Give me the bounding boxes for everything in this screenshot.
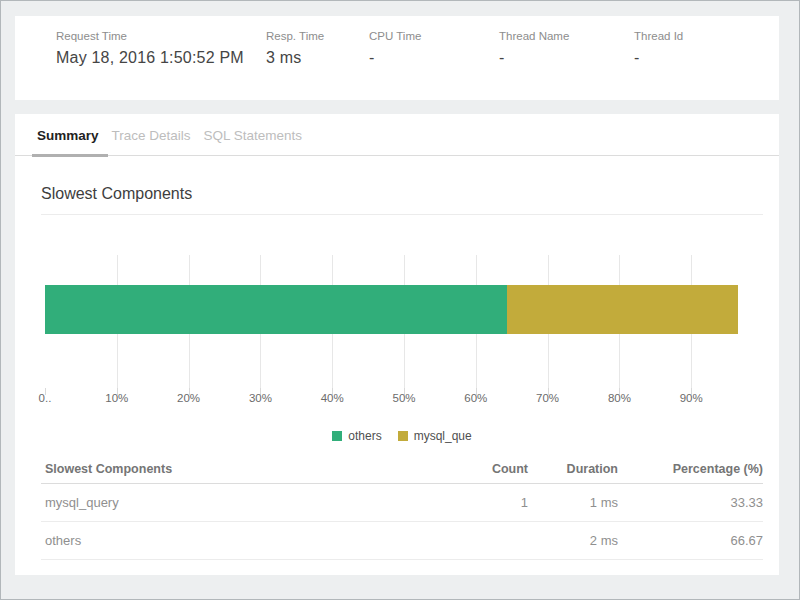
bar-segment-others [45,285,507,334]
cell-percentage: 66.67 [618,533,763,548]
thread-id-column: Thread Id - [634,30,683,67]
trace-detail-page: { "request_info": { "columns": [ { "labe… [0,0,800,600]
axis-label-0: 0.. [39,392,52,404]
tab-sql-statements[interactable]: SQL Statements [204,115,303,155]
thread-name-label: Thread Name [499,30,569,42]
thread-name-value: - [499,49,569,67]
slowest-components-table: Slowest Components Count Duration Percen… [41,454,763,560]
thread-id-value: - [634,49,683,67]
section-divider [41,214,763,215]
request-info-card: Request Time May 18, 2016 1:50:52 PM Res… [15,16,779,100]
axis-label-10: 10% [105,392,128,404]
mysql-que-swatch-icon [398,431,408,441]
main-card: Summary Trace Details SQL Statements Slo… [15,114,779,575]
x-axis-labels: 0.. 10% 20% 30% 40% 50% 60% 70% 80% 90% [45,392,763,408]
resp-time-label: Resp. Time [266,30,324,42]
legend-item-others[interactable]: others [332,429,381,443]
tab-summary[interactable]: Summary [37,115,99,155]
resp-time-value: 3 ms [266,49,324,67]
legend-label-others: others [348,429,381,443]
axis-label-30: 30% [249,392,272,404]
cell-duration: 1 ms [528,495,618,510]
cell-component: mysql_query [45,495,438,510]
cell-component: others [45,533,438,548]
header-percentage: Percentage (%) [618,462,763,476]
request-time-label: Request Time [56,30,244,42]
legend-label-mysql-que: mysql_que [414,429,472,443]
table-row: others 2 ms 66.67 [41,522,763,560]
cell-duration: 2 ms [528,533,618,548]
header-count: Count [438,462,528,476]
header-duration: Duration [528,462,618,476]
section-title: Slowest Components [41,185,763,203]
request-time-column: Request Time May 18, 2016 1:50:52 PM [56,30,244,67]
legend-item-mysql-que[interactable]: mysql_que [398,429,472,443]
table-row: mysql_query 1 1 ms 33.33 [41,484,763,522]
thread-name-column: Thread Name - [499,30,569,67]
bar-segment-mysql-que [507,285,738,334]
thread-id-label: Thread Id [634,30,683,42]
axis-label-70: 70% [536,392,559,404]
cpu-time-value: - [369,49,421,67]
resp-time-column: Resp. Time 3 ms [266,30,324,67]
axis-label-60: 60% [464,392,487,404]
cell-percentage: 33.33 [618,495,763,510]
stacked-bar-chart [45,255,763,388]
cpu-time-label: CPU Time [369,30,421,42]
axis-label-50: 50% [392,392,415,404]
cell-count: 1 [438,495,528,510]
tab-trace-details[interactable]: Trace Details [112,115,191,155]
axis-label-90: 90% [680,392,703,404]
slowest-components-section: Slowest Components [15,185,779,560]
percentage-bar [45,285,738,334]
table-header-row: Slowest Components Count Duration Percen… [41,454,763,484]
axis-label-20: 20% [177,392,200,404]
tab-bar: Summary Trace Details SQL Statements [15,114,779,156]
request-time-value: May 18, 2016 1:50:52 PM [56,49,244,67]
axis-label-80: 80% [608,392,631,404]
others-swatch-icon [332,431,342,441]
header-component: Slowest Components [45,462,438,476]
cpu-time-column: CPU Time - [369,30,421,67]
chart-legend: others mysql_que [41,430,763,442]
axis-label-40: 40% [321,392,344,404]
